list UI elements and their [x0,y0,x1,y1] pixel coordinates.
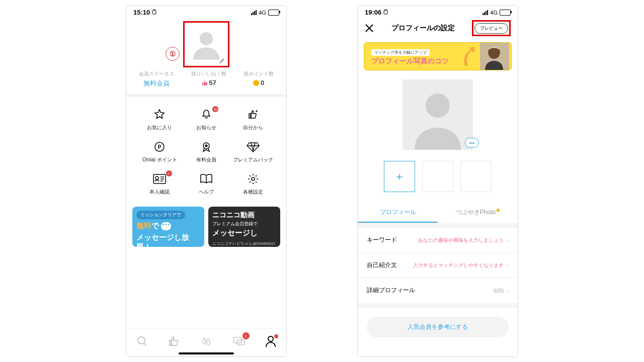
svg-rect-18 [384,11,387,14]
point-icon: P [153,141,166,153]
menu-settings[interactable]: 各種設定 [229,172,276,196]
stat-value: 0 [244,79,274,86]
menu-grid: お気に入り N お知らせ 自分から P Omiai ポイント 有料会員 プレミア… [126,97,286,207]
banner-title: プロフィール写真のコツ [371,57,449,66]
clock: 19:06 [365,9,388,16]
search-icon [136,335,148,347]
stat-points[interactable]: 残ポイント数 0 [244,70,274,88]
menu-label: 各種設定 [229,189,276,196]
banner-mission[interactable]: ミッションクリアで 無料で メッセージし放題！ [132,207,204,247]
menu-fromme[interactable]: 自分から [229,108,276,131]
new-dot-icon [497,209,500,212]
page-title: プロフィールの設定 [391,24,455,33]
thumbs-up-icon [201,80,207,86]
more-icon[interactable]: ••• [465,138,479,148]
avatar-edit[interactable] [183,21,229,67]
alert-badge: ! [166,170,172,176]
row-label: 詳細プロフィール [367,286,415,295]
battery-icon [268,10,279,16]
nav-search[interactable] [136,335,148,349]
status-bar: 15:10 4G [126,6,286,17]
status-right: 4G [482,10,511,16]
popular-members-button[interactable]: 人気会員を参考にする [367,317,509,337]
menu-premium-pack[interactable]: プレミアムパック [229,140,276,163]
banner-subtitle: マッチング率を大幅にアップ [371,49,430,56]
home-indicator [179,352,234,354]
stat-likes[interactable]: 残りいいね！数 57 [191,70,226,88]
row-detail-profile[interactable]: 詳細プロフィール 3/25› [358,278,518,303]
preview-button[interactable]: プレビュー [474,23,508,34]
row-label: 自己紹介文 [367,261,397,269]
stat-value: 57 [191,79,226,86]
nav-footprint[interactable] [200,335,212,349]
tips-banner[interactable]: マッチング率を大幅にアップ プロフィール写真のコツ [364,42,512,70]
svg-point-9 [203,339,206,344]
photo-slot[interactable] [460,161,492,192]
notification-badge: N [212,106,218,112]
menu-identity-verify[interactable]: ! 本人確認 [136,172,183,196]
tab-tsubuyaki-photo[interactable]: つぶやきPhoto [438,203,518,223]
row-keyword[interactable]: キーワード あなたの趣味や興味を入力しましょう› [358,228,518,253]
signal-icon [251,10,257,15]
svg-point-17 [268,336,273,341]
menu-omiai-points[interactable]: P Omiai ポイント [136,140,183,163]
close-icon[interactable] [365,24,374,33]
book-icon [200,173,213,185]
banner-person-photo [480,43,509,70]
banner-row: ミッションクリアで 無料で メッセージし放題！ ニコニコ動画 プレミアム会員登録… [126,207,286,247]
menu-label: 自分から [229,124,276,131]
profile-tabs: プロフィール つぶやきPhoto [358,203,518,223]
menu-help[interactable]: ヘルプ [183,172,230,196]
callout-1: ① [166,47,180,61]
stat-label: 会員ステータス [139,70,174,77]
stat-value: 無料会員 [139,79,174,88]
main-photo-slot[interactable]: ••• [403,79,473,150]
svg-point-10 [207,340,210,345]
phone-mypage: ① 15:10 4G 会員ステータス 無料会員 残りいいね！数 57 残ポイント… [126,5,287,357]
tab-profile[interactable]: プロフィール [358,203,438,223]
row-count: 3/25 [493,288,504,294]
svg-rect-0 [152,11,156,14]
network-label: 4G [490,10,498,16]
stats-row: 会員ステータス 無料会員 残りいいね！数 57 残ポイント数 0 [126,70,286,88]
banner-niconico[interactable]: ニコニコ動画 プレミアム会員登録で メッセージし ニコニコテレビちゃん@DWAN… [208,207,280,247]
menu-label: Omiai ポイント [136,156,183,163]
svg-point-7 [252,177,255,180]
add-photo-button[interactable]: ＋ [384,161,415,192]
edit-icon [219,58,225,64]
nav-like[interactable] [168,335,180,349]
battery-icon [500,10,511,16]
avatar-placeholder-icon [189,27,224,62]
diamond-icon [247,141,260,153]
chevron-right-icon: › [507,288,509,294]
banner-pill: ミッションクリアで [136,211,185,219]
nav-messages[interactable]: 1 [232,335,246,349]
stat-membership[interactable]: 会員ステータス 無料会員 [139,70,174,88]
section-gap [358,303,518,308]
svg-point-11 [203,337,204,338]
section-gap [358,223,518,228]
menu-paid-member[interactable]: 有料会員 [183,140,230,163]
menu-notifications[interactable]: N お知らせ [183,108,230,131]
menu-label: お気に入り [136,124,183,131]
nav-mypage[interactable] [265,335,276,349]
thumbs-up-arrow-icon [247,109,259,121]
menu-label: ヘルプ [183,189,230,196]
clock: 15:10 [133,9,156,16]
menu-favorites[interactable]: お気に入り [136,108,183,131]
menu-label: お知らせ [183,124,230,131]
message-badge: 1 [243,332,250,339]
svg-point-14 [209,338,210,339]
svg-point-12 [205,337,206,338]
thumbs-up-icon [168,335,180,347]
coin-icon [253,80,259,86]
row-intro[interactable]: 自己紹介文 入力するとマッチングしやすくなります› [358,253,518,278]
svg-point-1 [200,32,213,45]
highlight-box: プレビュー [472,20,511,36]
footprint-icon [200,335,212,347]
phone-profile-settings: ② 19:06 4G プロフィールの設定 プレビュー マッチング率を大幅にアップ… [357,5,518,357]
bell-icon [200,109,212,121]
menu-label: プレミアムパック [229,156,276,163]
chevron-right-icon: › [507,262,509,268]
photo-slot[interactable] [422,161,453,192]
